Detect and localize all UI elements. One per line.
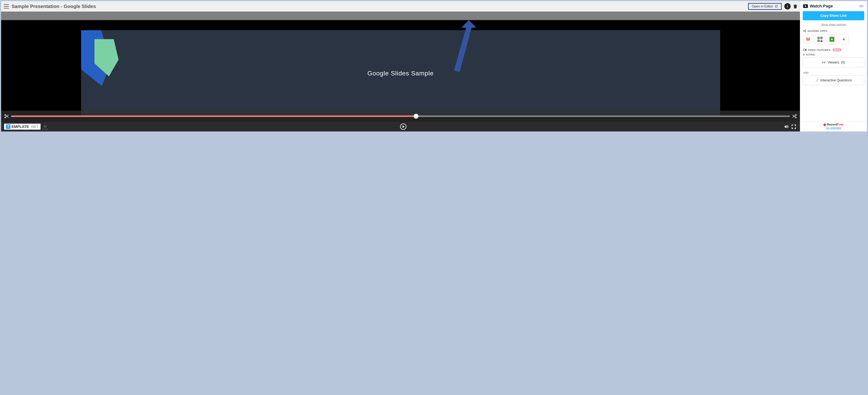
- sidebar-footer: RecordFree Go Unlimited: [800, 121, 867, 132]
- watermark-t-icon: T: [6, 124, 10, 129]
- app-root: Sample Presentation - Google Slides Open…: [1, 1, 867, 132]
- sharing-apps-label: SHARING APPS:: [808, 30, 828, 32]
- svg-rect-17: [818, 40, 819, 41]
- record-logo-icon: [823, 123, 826, 126]
- show-share-settings: Show share settings: [800, 20, 867, 29]
- sidebar-title: Watch Page: [810, 4, 857, 8]
- trim-start-scissor-icon[interactable]: [4, 114, 9, 119]
- add-label: ADD:: [800, 71, 867, 76]
- trim-track[interactable]: [11, 115, 790, 117]
- sharing-apps-section: SHARING APPS:: [800, 29, 867, 34]
- copy-share-link-button[interactable]: Copy Share Link: [803, 11, 864, 20]
- active-dot-icon: [803, 54, 805, 56]
- play-button[interactable]: [400, 123, 406, 130]
- sharing-apps-row: M +: [800, 34, 867, 48]
- pencil-icon: [815, 79, 819, 82]
- slide-preview: Google Slides Sample: [81, 30, 720, 117]
- external-link-icon: [775, 5, 778, 8]
- go-unlimited-link[interactable]: Go Unlimited: [826, 126, 841, 130]
- video-features-label: VIDEO FEATURES:: [808, 49, 831, 51]
- beta-badge: BETA: [833, 49, 841, 51]
- brand-record: Record: [827, 123, 837, 126]
- svg-rect-12: [820, 40, 821, 40]
- share-more-button[interactable]: +: [839, 34, 849, 44]
- brand-free: Free: [837, 123, 843, 126]
- camera-icon: [803, 49, 806, 51]
- watermark-net: .NET: [30, 124, 39, 129]
- visibility-icon[interactable]: [859, 4, 864, 8]
- video-features-section: VIDEO FEATURES: BETA: [800, 48, 867, 53]
- trim-bar: [1, 111, 800, 122]
- open-in-editor-button[interactable]: Open in Editor: [748, 3, 782, 10]
- volume-icon[interactable]: [784, 124, 789, 129]
- share-icon: [803, 29, 806, 32]
- viewers-count: (0): [841, 60, 845, 64]
- trim-progress: [11, 115, 416, 117]
- play-icon: [402, 125, 405, 128]
- header-bar: Sample Presentation - Google Slides Open…: [1, 1, 800, 11]
- video-top-strip: [1, 11, 800, 20]
- tool-eraser[interactable]: Eraser: [42, 125, 48, 130]
- trash-icon[interactable]: [793, 4, 797, 9]
- sidebar: Watch Page Copy Share Link Show share se…: [800, 1, 867, 132]
- slide-title-text: Google Slides Sample: [367, 69, 434, 77]
- viewers-label: Viewers: [828, 60, 840, 64]
- share-gmail-button[interactable]: M: [803, 34, 813, 44]
- active-section: ACTIVE:: [800, 53, 867, 58]
- trim-thumb[interactable]: [414, 114, 418, 119]
- interactive-questions-label: Interactive Questions: [820, 78, 852, 82]
- brand-row: RecordFree: [800, 123, 867, 126]
- svg-rect-13: [822, 40, 823, 40]
- open-in-editor-label: Open in Editor: [752, 4, 773, 8]
- gmail-icon: M: [806, 37, 810, 42]
- eyes-icon: 👀: [822, 60, 826, 64]
- info-button[interactable]: i: [784, 3, 790, 9]
- show-share-settings-link[interactable]: Show share settings: [821, 23, 846, 26]
- share-qr-button[interactable]: [815, 34, 825, 44]
- interactive-questions-button[interactable]: Interactive Questions: [803, 76, 864, 85]
- fullscreen-icon[interactable]: [792, 124, 796, 129]
- template-net-watermark: T EMPLATE.NET: [4, 124, 40, 130]
- plus-icon: +: [842, 36, 845, 42]
- svg-rect-14: [820, 41, 823, 42]
- qr-icon: [817, 37, 823, 42]
- main-column: Sample Presentation - Google Slides Open…: [1, 1, 800, 132]
- share-classroom-button[interactable]: [827, 34, 837, 44]
- hamburger-menu-icon[interactable]: [4, 4, 9, 8]
- page-title: Sample Presentation - Google Slides: [11, 3, 745, 9]
- classroom-icon: [829, 37, 835, 42]
- svg-point-5: [861, 6, 862, 7]
- viewers-box[interactable]: 👀 Viewers (0): [803, 58, 864, 67]
- watermark-emplate: EMPLATE: [11, 124, 29, 129]
- video-controls: Mouse Pen Rectangle Stickers Eraser 00:0…: [1, 122, 800, 132]
- sidebar-header: Watch Page: [800, 1, 867, 11]
- trim-end-scissor-icon[interactable]: [792, 114, 797, 119]
- active-label: ACTIVE:: [806, 53, 815, 56]
- svg-rect-15: [818, 37, 819, 38]
- watch-page-icon: [803, 4, 808, 8]
- svg-rect-18: [803, 49, 805, 51]
- svg-rect-16: [821, 37, 822, 38]
- video-player[interactable]: Google Slides Sample Mouse: [1, 11, 800, 132]
